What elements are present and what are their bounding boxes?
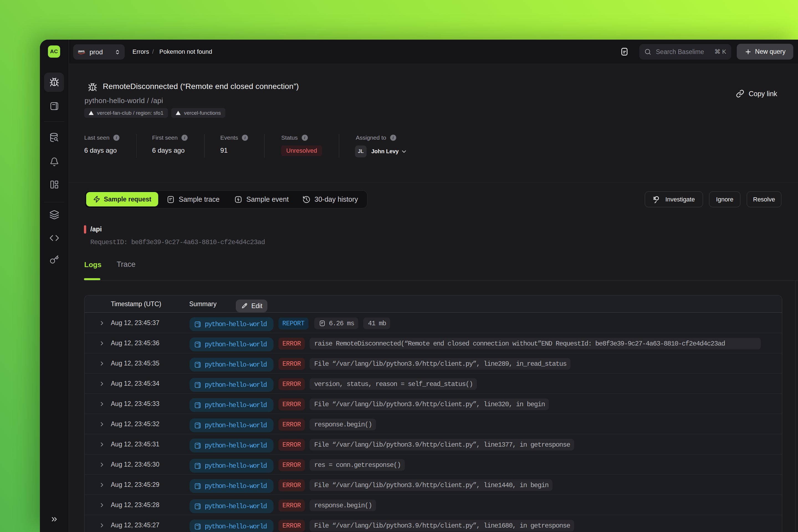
svg-text:aws: aws [78,49,85,53]
